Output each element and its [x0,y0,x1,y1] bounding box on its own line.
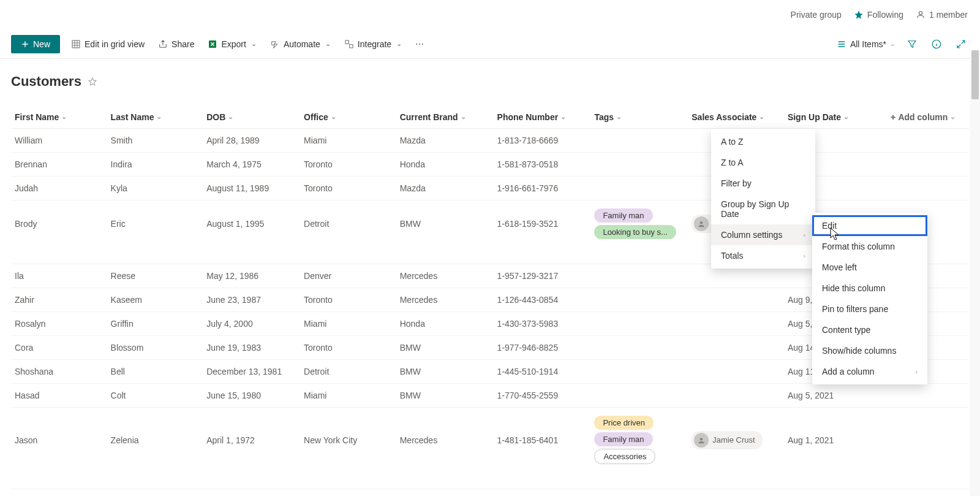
cell-phone: 1-430-373-5983 [494,312,591,336]
export-button[interactable]: Export ⌄ [205,36,258,53]
cell-tags [590,264,688,288]
cell-empty [887,408,969,489]
menu-item[interactable]: Group by Sign Up Date [711,194,815,224]
submenu-item-label: Pin to filters pane [822,304,888,314]
cell-empty [887,153,969,177]
submenu-item[interactable]: Pin to filters pane [812,299,927,319]
submenu-item[interactable]: Add a column› [812,361,927,382]
table-row[interactable]: HasadColtJune 15, 1980MiamiBMW1-770-455-… [11,384,969,408]
svg-point-6 [700,221,703,224]
following-toggle[interactable]: Following [854,10,903,20]
chevron-down-icon: ⌄ [396,40,402,48]
cell-last: Blossom [107,336,203,360]
cell-first: William [11,129,107,153]
more-icon: ⋯ [415,39,424,49]
menu-item-label: Column settings [721,230,782,240]
cell-brand: BMW [396,200,494,264]
cell-last: Aimee [107,489,203,497]
col-tags[interactable]: Tags⌄ [594,112,622,122]
svg-point-0 [919,12,922,15]
share-button[interactable]: Share [156,36,197,53]
table-row[interactable]: BrennanIndiraMarch 4, 1975TorontoHonda1-… [11,153,969,177]
members-link[interactable]: 1 member [916,10,968,20]
favorite-star-icon[interactable] [88,77,97,86]
table-row[interactable]: EugeniaAimeeJanuary 9, 1990DallasBMW1-61… [11,489,969,497]
cell-last: Kaseem [107,288,203,312]
cell-associate [688,384,784,408]
person-pill[interactable]: Jamie Crust [692,431,762,449]
cell-brand: Mazda [396,129,494,153]
menu-item-label: A to Z [721,137,744,147]
submenu-item-label: Edit [822,221,837,231]
chevron-right-icon: › [803,252,805,259]
col-brand[interactable]: Current Brand⌄ [400,112,466,122]
cell-first: Brody [11,200,107,264]
menu-item[interactable]: Filter by [711,173,815,194]
info-pane-button[interactable] [929,36,944,52]
cell-phone: 1-957-129-3217 [494,264,591,288]
cell-dob: April 28, 1989 [203,129,300,153]
cell-associate: Jamie Crust [688,408,784,489]
cell-phone: 1-126-443-0854 [494,288,591,312]
submenu-item[interactable]: Content type [812,319,927,340]
table-row[interactable]: JudahKylaAugust 11, 1989TorontoMazda1-91… [11,177,969,200]
submenu-item[interactable]: Show/hide columns [812,340,927,361]
cell-tags [590,129,688,153]
col-office[interactable]: Office⌄ [304,112,336,122]
table-row[interactable]: WilliamSmithApril 28, 1989MiamiMazda1-81… [11,129,969,153]
add-column-button[interactable]: +Add column⌄ [891,112,956,122]
cell-tags [590,384,688,408]
members-label: 1 member [929,10,968,20]
menu-item[interactable]: A to Z [711,131,815,152]
following-label: Following [867,10,903,20]
filter-pane-button[interactable] [904,36,920,52]
menu-item-label: Totals [721,251,744,261]
new-button[interactable]: New [11,35,60,53]
cell-phone: 1-445-510-1914 [494,360,591,384]
col-last-name[interactable]: Last Name⌄ [111,112,162,122]
tag-pill: Price driven [594,416,654,430]
menu-item[interactable]: Totals› [711,245,815,266]
cell-last: Smith [107,129,203,153]
cell-sign-up: Aug 5, 2021 [784,384,887,408]
automate-button[interactable]: Automate ⌄ [268,36,333,53]
col-sign-up[interactable]: Sign Up Date⌄ [788,112,849,122]
vertical-scrollbar[interactable] [970,50,980,496]
submenu-item-label: Move left [822,262,857,272]
cell-dob: July 4, 2000 [203,312,300,336]
cell-empty [887,384,969,408]
view-selector[interactable]: All Items* ⌄ [837,39,895,49]
cell-first: Eugenia [11,489,107,497]
submenu-item[interactable]: Format this column [812,236,927,257]
chevron-right-icon: › [803,231,805,238]
scrollbar-thumb[interactable] [971,50,979,99]
tag-pill: Family man [594,432,652,446]
cell-last: Zelenia [107,408,203,489]
expand-button[interactable] [953,36,969,52]
cell-tags: Family manLooking to buy s... [590,200,688,264]
submenu-item[interactable]: Edit [812,215,927,236]
col-assoc[interactable]: Sales Associate⌄ [692,112,764,122]
command-bar: New Edit in grid view Share Export ⌄ [0,29,980,59]
cell-office: Detroit [300,200,396,264]
avatar-icon [694,216,709,231]
cell-dob: June 23, 1987 [203,288,300,312]
submenu-item[interactable]: Move left [812,257,927,278]
menu-item[interactable]: Z to A [711,152,815,173]
tag-pill: Accessories [594,449,655,464]
col-dob[interactable]: DOB⌄ [206,112,233,122]
edit-grid-button[interactable]: Edit in grid view [69,36,147,53]
submenu-item[interactable]: Hide this column [812,278,927,299]
cell-brand: Mercedes [396,408,494,489]
menu-item[interactable]: Column settings› [711,224,815,245]
integrate-button[interactable]: Integrate ⌄ [342,36,404,53]
menu-item-label: Filter by [721,178,752,188]
table-row[interactable]: JasonZeleniaApril 1, 1972New York CityMe… [11,408,969,489]
svg-point-7 [700,437,703,440]
cell-last: Reese [107,264,203,288]
col-first-name[interactable]: First Name⌄ [15,112,67,122]
col-phone[interactable]: Phone Number⌄ [497,112,567,122]
cell-last: Kyla [107,177,203,200]
cell-last: Eric [107,200,203,264]
more-button[interactable]: ⋯ [413,36,426,53]
